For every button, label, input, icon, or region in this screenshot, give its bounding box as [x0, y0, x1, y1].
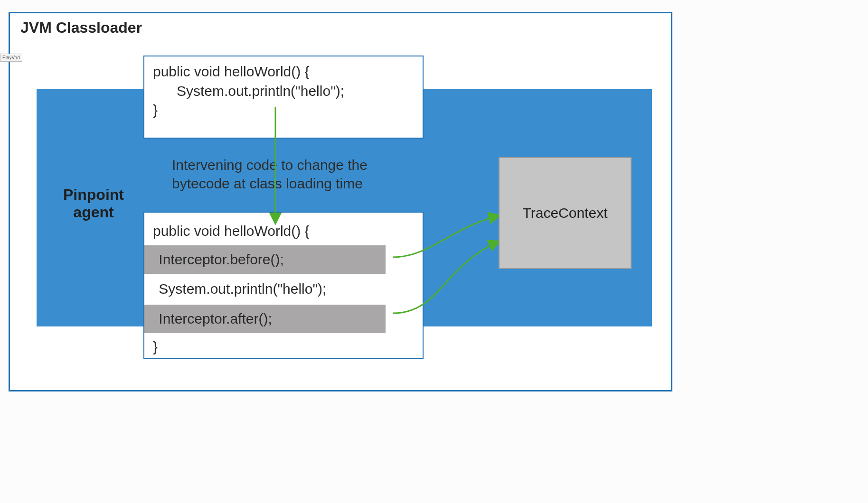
diagram-stage: JVM Classloader Pinpoint agent public vo…: [0, 0, 868, 503]
tracecontext-box: TraceContext: [499, 157, 632, 269]
code-line: public void helloWorld() {: [144, 220, 423, 242]
pinpoint-agent-label: Pinpoint agent: [46, 186, 141, 221]
original-code-box: public void helloWorld() { System.out.pr…: [143, 56, 424, 139]
code-line: public void helloWorld() {: [144, 62, 423, 82]
code-line: }: [144, 101, 423, 120]
instrumented-code-box: public void helloWorld() { Interceptor.b…: [143, 212, 424, 359]
playvod-tag: PlayVod: [0, 54, 22, 62]
code-line: System.out.println("hello");: [144, 82, 423, 101]
tracecontext-label: TraceContext: [523, 205, 608, 221]
interceptor-before-band: Interceptor.before();: [144, 245, 386, 274]
code-line: }: [144, 336, 423, 358]
interceptor-after-band: Interceptor.after();: [144, 305, 386, 334]
code-line: System.out.println("hello");: [144, 277, 423, 302]
jvm-classloader-title: JVM Classloader: [20, 19, 142, 37]
intervening-description: Intervening code to change the bytecode …: [172, 156, 419, 193]
